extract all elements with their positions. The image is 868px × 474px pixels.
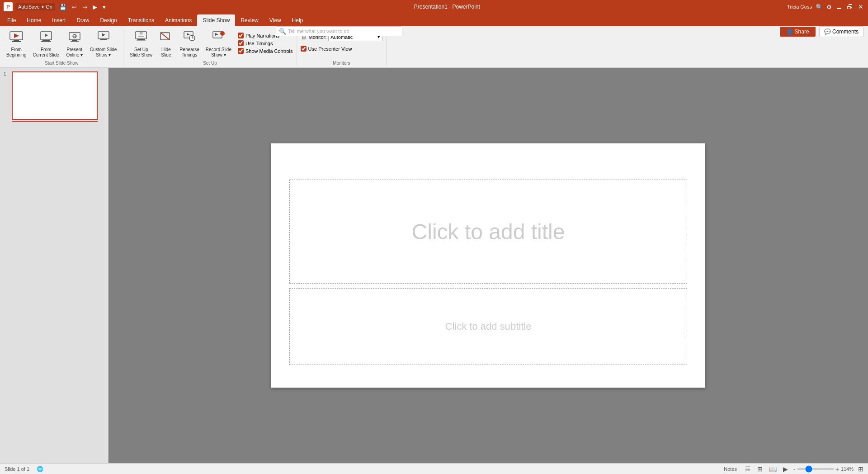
zoom-in-btn[interactable]: + xyxy=(835,465,839,473)
monitor-play-icon xyxy=(9,30,24,44)
hide-slide-btn[interactable]: HideSlide xyxy=(156,29,176,59)
title-placeholder[interactable]: Click to add title xyxy=(289,180,687,284)
comments-button[interactable]: 💬 Comments xyxy=(819,26,863,37)
custom-show-icon xyxy=(96,30,111,44)
restore-btn[interactable]: 🗗 xyxy=(846,3,854,10)
subtitle-placeholder[interactable]: Click to add subtitle xyxy=(289,288,687,365)
from-beginning-label: FromBeginning xyxy=(6,47,26,58)
tab-design[interactable]: Design xyxy=(94,14,122,26)
from-beginning-icon xyxy=(9,30,24,46)
presenter-view-label: Use Presenter View xyxy=(308,46,352,52)
hide-slide-label: HideSlide xyxy=(161,47,171,58)
show-media-controls-checkbox[interactable]: Show Media Controls xyxy=(238,48,293,54)
tab-draw[interactable]: Draw xyxy=(71,14,94,26)
group-start-slideshow-label: Start Slide Show xyxy=(4,60,119,66)
share-button[interactable]: 👤 Share xyxy=(780,27,816,37)
svg-rect-18 xyxy=(136,32,146,39)
tab-insert[interactable]: Insert xyxy=(47,14,71,26)
custom-show-label: Custom SlideShow ▾ xyxy=(90,47,117,58)
svg-rect-17 xyxy=(100,39,107,40)
slide-thumb-1[interactable] xyxy=(12,71,98,120)
svg-marker-3 xyxy=(14,33,19,38)
custom-slide-show-btn[interactable]: Custom SlideShow ▾ xyxy=(87,29,119,59)
hide-slide-icon xyxy=(159,30,173,46)
tab-review[interactable]: Review xyxy=(235,14,264,26)
custom-show-icon xyxy=(96,30,111,46)
subtitle-placeholder-text: Click to add subtitle xyxy=(445,321,532,332)
clock-icon xyxy=(182,30,197,44)
tab-animations[interactable]: Animations xyxy=(160,14,197,26)
tab-view[interactable]: View xyxy=(264,14,287,26)
present-online-icon xyxy=(67,30,82,46)
main-area: 1 Click to add title Click to add subtit… xyxy=(0,68,868,463)
zoom-control: - + 114% xyxy=(793,465,854,473)
ribbon-content: FromBeginning FromCurrent Slide xyxy=(0,26,868,68)
use-timings-label: Use Timings xyxy=(245,41,273,46)
tab-home[interactable]: Home xyxy=(21,14,47,26)
group-setup: Set UpSlide Show HideSlide xyxy=(123,28,297,66)
autosave-state: On xyxy=(46,4,52,9)
svg-rect-5 xyxy=(42,40,50,41)
tab-file[interactable]: File xyxy=(2,14,21,26)
record-slideshow-btn[interactable]: Record SlideShow ▾ xyxy=(203,29,234,59)
zoom-slider[interactable] xyxy=(797,468,834,470)
current-slide-icon xyxy=(39,30,53,44)
use-timings-checkbox[interactable]: Use Timings xyxy=(238,40,293,46)
slide-canvas: Click to add title Click to add subtitle xyxy=(271,143,705,388)
reading-view-btn[interactable]: 📖 xyxy=(768,465,778,474)
fit-page-btn[interactable]: ⊞ xyxy=(858,465,863,473)
from-current-icon xyxy=(39,30,53,46)
tab-transitions[interactable]: Transitions xyxy=(123,14,160,26)
tab-help[interactable]: Help xyxy=(287,14,309,26)
from-beginning-btn[interactable]: FromBeginning xyxy=(4,29,29,59)
minimize-btn[interactable]: 🗕 xyxy=(835,3,843,10)
title-search-icon[interactable]: 🔍 xyxy=(816,4,823,10)
normal-view-btn[interactable]: ☰ xyxy=(744,465,752,474)
present-qat-btn[interactable]: ▶ xyxy=(91,4,99,10)
slide-thumb-wrapper xyxy=(12,71,98,122)
setup-slideshow-btn[interactable]: Set UpSlide Show xyxy=(127,29,155,59)
svg-point-33 xyxy=(220,31,225,36)
show-media-controls-label: Show Media Controls xyxy=(245,48,293,54)
group-monitors-label: Monitors xyxy=(301,60,383,66)
top-right-actions: 👤 Share 💬 Comments xyxy=(780,26,863,37)
slideshow-view-btn[interactable]: ▶ xyxy=(782,465,789,474)
zoom-out-btn[interactable]: - xyxy=(793,465,796,473)
rehearse-timings-btn[interactable]: RehearseTimings xyxy=(177,29,202,59)
record-icon xyxy=(211,30,226,44)
present-online-btn[interactable]: PresentOnline ▾ xyxy=(63,29,86,59)
presenter-view-input[interactable] xyxy=(301,46,307,52)
svg-rect-20 xyxy=(137,39,145,40)
title-placeholder-text: Click to add title xyxy=(412,219,565,244)
status-right: Notes ☰ ⊞ 📖 ▶ - + 114% ⊞ xyxy=(721,465,863,474)
ribbon-tabs: File Home Insert Draw Design Transitions… xyxy=(0,14,868,26)
redo-qat-btn[interactable]: ↪ xyxy=(81,4,89,10)
use-timings-input[interactable] xyxy=(238,40,244,46)
play-narrations-input[interactable] xyxy=(238,33,244,38)
close-btn[interactable]: ✕ xyxy=(857,3,864,10)
autosave-toggle[interactable]: ● xyxy=(42,5,44,9)
svg-rect-1 xyxy=(14,40,19,41)
notes-button[interactable]: Notes xyxy=(721,465,740,473)
svg-rect-12 xyxy=(72,40,77,41)
canvas-area[interactable]: Click to add title Click to add subtitle xyxy=(108,68,868,463)
qat-more-btn[interactable]: ▾ xyxy=(101,4,107,10)
settings-icon[interactable]: ⚙ xyxy=(826,4,832,10)
search-bar[interactable]: 🔍 Tell me what you want to do xyxy=(276,26,402,36)
slide-sorter-btn[interactable]: ⊞ xyxy=(756,465,764,474)
tab-slideshow[interactable]: Slide Show xyxy=(197,14,235,26)
save-qat-btn[interactable]: 💾 xyxy=(58,4,68,10)
title-bar-left: P AutoSave ● On 💾 ↩ ↪ ▶ ▾ xyxy=(4,2,107,11)
record-label: Record SlideShow ▾ xyxy=(206,47,231,58)
svg-marker-28 xyxy=(187,33,190,36)
from-current-btn[interactable]: FromCurrent Slide xyxy=(30,29,61,59)
group-start-slideshow-content: FromBeginning FromCurrent Slide xyxy=(4,28,119,60)
setup-icon xyxy=(134,30,148,46)
svg-rect-21 xyxy=(137,40,146,41)
slide-thumb-container-1: 1 xyxy=(4,71,104,122)
show-media-controls-input[interactable] xyxy=(238,48,244,54)
svg-marker-7 xyxy=(45,33,48,37)
presenter-view-checkbox[interactable]: Use Presenter View xyxy=(301,46,383,52)
undo-qat-btn[interactable]: ↩ xyxy=(71,4,78,10)
svg-marker-34 xyxy=(215,33,218,36)
